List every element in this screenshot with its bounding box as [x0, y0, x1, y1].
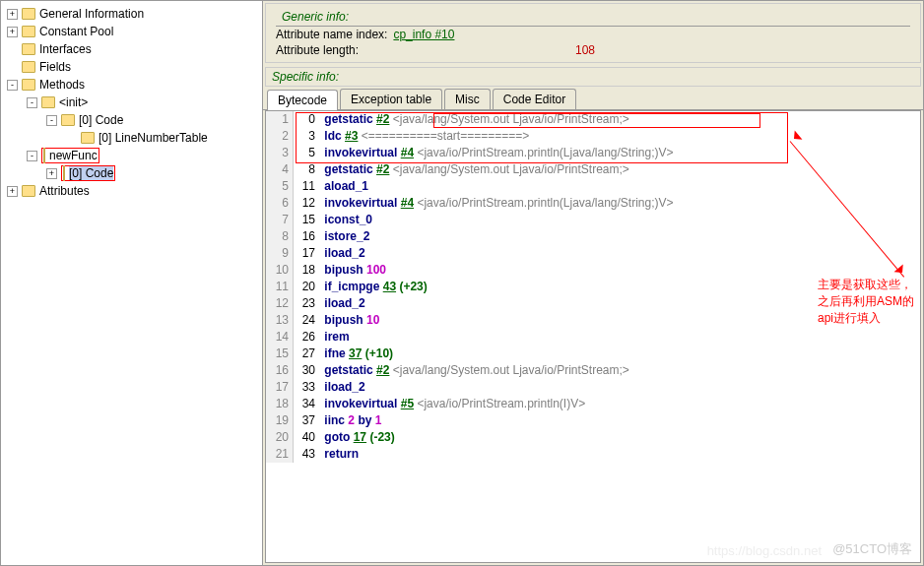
tree-expander-icon[interactable]: +	[7, 186, 18, 197]
tab-code-editor[interactable]: Code Editor	[493, 89, 576, 109]
attr-length-label: Attribute length:	[276, 43, 359, 57]
tree-label[interactable]: <init>	[59, 95, 88, 109]
tree-expander-icon[interactable]: +	[7, 9, 18, 20]
tree-expander-icon[interactable]: -	[27, 97, 37, 108]
bytecode-line[interactable]: 30 getstatic #2 <java/lang/System.out Lj…	[294, 362, 920, 379]
folder-icon	[81, 132, 95, 144]
bytecode-line[interactable]: 5 invokevirtual #4 <java/io/PrintStream.…	[294, 145, 920, 161]
bytecode-line[interactable]: 33 iload_2	[294, 379, 920, 396]
tree-item[interactable]: +[0] Code	[1, 164, 262, 182]
main-panel: Generic info: Attribute name index: cp_i…	[263, 1, 923, 565]
bytecode-line[interactable]: 15 iconst_0	[294, 212, 920, 228]
attr-length-value: 108	[575, 43, 595, 57]
bytecode-line[interactable]: 34 invokevirtual #5 <java/io/PrintStream…	[294, 396, 920, 412]
tree-label[interactable]: Fields	[39, 60, 71, 74]
tree-label[interactable]: [0] Code	[69, 166, 113, 180]
tab-exception-table[interactable]: Exception table	[340, 89, 442, 109]
bytecode-line[interactable]: 17 iload_2	[294, 245, 920, 262]
folder-icon	[63, 165, 65, 181]
bytecode-line[interactable]: 8 getstatic #2 <java/lang/System.out Lja…	[294, 161, 920, 178]
annotation-text: 主要是获取这些， 之后再利用ASM的api进行填入	[818, 277, 920, 327]
bytecode-line[interactable]: 12 invokevirtual #4 <java/io/PrintStream…	[294, 195, 920, 212]
tree-item[interactable]: [0] LineNumberTable	[1, 129, 262, 147]
class-tree-sidebar: +General Information+Constant PoolInterf…	[1, 1, 263, 565]
folder-icon	[22, 61, 35, 73]
tree-expander-icon[interactable]: -	[46, 115, 57, 126]
tree-expander-icon[interactable]: -	[7, 80, 18, 91]
folder-icon	[22, 185, 35, 197]
folder-icon	[41, 96, 55, 108]
tree-item[interactable]: -newFunc	[1, 147, 262, 164]
watermark-csdn: https://blog.csdn.net	[707, 543, 822, 558]
code-tabs: BytecodeException tableMiscCode Editor	[263, 89, 923, 110]
bytecode-line[interactable]: 0 getstatic #2 <java/lang/System.out Lja…	[294, 111, 920, 128]
folder-icon	[22, 26, 35, 37]
bytecode-line[interactable]: 16 istore_2	[294, 228, 920, 245]
tree-item[interactable]: +Constant Pool	[1, 23, 262, 40]
bytecode-line[interactable]: 11 aload_1	[294, 178, 920, 195]
attr-name-index-link[interactable]: cp_info #10	[393, 28, 454, 41]
tree-label[interactable]: Methods	[39, 78, 85, 92]
bytecode-line[interactable]: 26 irem	[294, 329, 920, 346]
watermark-51cto: @51CTO博客	[832, 540, 912, 558]
specific-info-title: Specific info:	[265, 67, 921, 87]
tree-item[interactable]: Interfaces	[1, 40, 262, 58]
bytecode-line[interactable]: 37 iinc 2 by 1	[294, 412, 920, 429]
tree-label[interactable]: Constant Pool	[39, 25, 113, 38]
bytecode-view[interactable]: 123456789101112131415161718192021 0 gets…	[265, 110, 921, 563]
tab-misc[interactable]: Misc	[444, 89, 491, 109]
tree-item[interactable]: Fields	[1, 58, 262, 76]
bytecode-line[interactable]: 27 ifne 37 (+10)	[294, 346, 920, 362]
tree-label[interactable]: [0] Code	[79, 113, 123, 127]
tree-expander-icon[interactable]: +	[7, 27, 18, 37]
tree-label[interactable]: newFunc	[49, 149, 98, 162]
folder-icon	[43, 148, 45, 163]
tree-expander-icon[interactable]: -	[27, 151, 37, 161]
bytecode-line[interactable]: 43 return	[294, 446, 920, 463]
tree-label[interactable]: General Information	[39, 7, 144, 21]
tree-expander-icon[interactable]: +	[46, 168, 57, 179]
generic-info-panel: Generic info: Attribute name index: cp_i…	[265, 3, 921, 63]
tree-item[interactable]: +General Information	[1, 5, 262, 23]
tree-expander-icon	[66, 133, 77, 144]
tree-item[interactable]: -<init>	[1, 94, 262, 111]
bytecode-line[interactable]: 3 ldc #3 <==========start=========>	[294, 128, 920, 145]
folder-icon	[22, 79, 35, 91]
tree-expander-icon	[7, 62, 18, 73]
bytecode-line[interactable]: 40 goto 17 (-23)	[294, 429, 920, 446]
tree-label[interactable]: Interfaces	[39, 42, 92, 56]
folder-icon	[22, 43, 35, 55]
tree-label[interactable]: Attributes	[39, 184, 90, 198]
tree-item[interactable]: -Methods	[1, 76, 262, 94]
tree-label[interactable]: [0] LineNumberTable	[99, 131, 208, 145]
folder-icon	[22, 8, 35, 20]
tree-item[interactable]: +Attributes	[1, 182, 262, 200]
tree-expander-icon	[7, 44, 18, 55]
folder-icon	[61, 114, 75, 126]
tree-item[interactable]: -[0] Code	[1, 111, 262, 129]
generic-info-title: Generic info:	[276, 8, 910, 27]
tab-bytecode[interactable]: Bytecode	[267, 90, 338, 110]
attr-name-index-label: Attribute name index:	[276, 28, 387, 41]
